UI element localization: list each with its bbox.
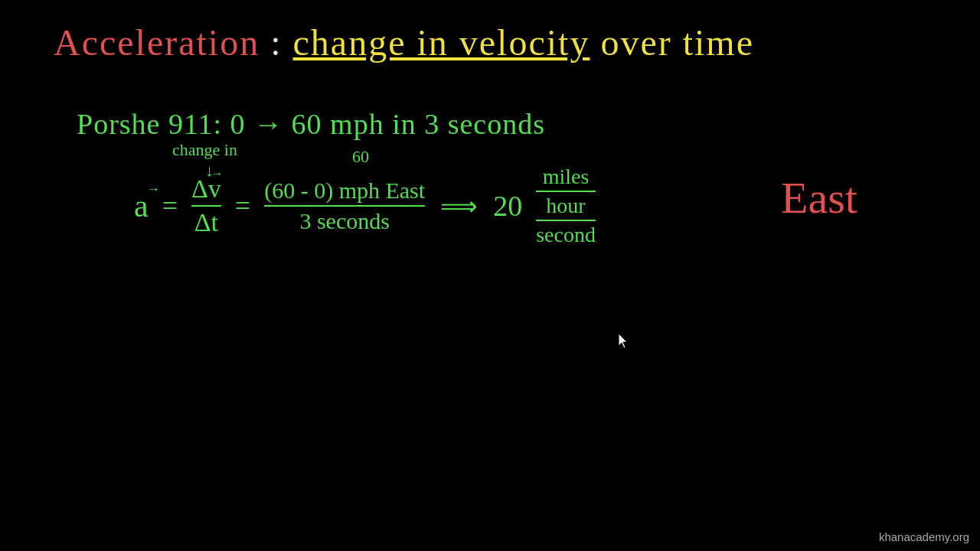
value-fraction: (60 - 0) mph East 3 seconds <box>264 178 425 234</box>
equals-2: = <box>235 190 250 222</box>
cursor-icon <box>619 334 629 349</box>
unit-bar-2 <box>536 220 596 221</box>
vec-arrow-icon: → <box>146 181 160 197</box>
value-numerator: (60 - 0) mph East <box>264 178 425 205</box>
east-label: East <box>781 172 858 223</box>
value-denominator: 3 seconds <box>299 207 389 234</box>
title: Acceleration : change in velocity over t… <box>54 21 754 64</box>
equation-row: → a = Δv→ Δt = (60 - 0) mph East 3 secon… <box>134 165 603 247</box>
delta-t-denominator: Δt <box>194 207 218 237</box>
unit-hour: hour <box>546 194 585 218</box>
equals-1: = <box>162 190 178 222</box>
unit-second: second <box>536 223 596 247</box>
title-over-time: over time <box>600 22 754 63</box>
unit-fraction: miles hour second <box>536 165 596 247</box>
unit-bar-1 <box>536 191 596 192</box>
delta-fraction: Δv→ Δt <box>191 174 221 237</box>
watermark: khanacademy.org <box>879 530 969 543</box>
title-change-velocity: change in velocity <box>293 22 590 63</box>
twenty-value: 20 <box>493 189 522 223</box>
svg-marker-0 <box>619 334 627 348</box>
delta-v-numerator: Δv→ <box>191 174 221 205</box>
porsche-line: Porshe 911: 0 → 60 mph in 3 seconds <box>77 107 545 141</box>
unit-miles: miles <box>543 165 590 189</box>
acceleration-vector: → a <box>134 187 149 224</box>
implies-arrow-icon: ⟹ <box>440 191 478 221</box>
change-in-label: change in <box>172 140 237 160</box>
title-acceleration: Acceleration <box>54 22 260 63</box>
title-colon: : <box>270 22 292 63</box>
